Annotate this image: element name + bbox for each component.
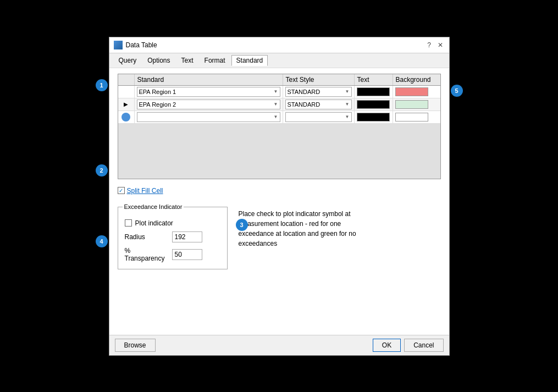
radius-input[interactable] — [172, 231, 202, 242]
row2-standard: EPA Region 2 ▼ — [135, 98, 283, 111]
new-row-standard-arrow-icon: ▼ — [274, 114, 278, 119]
col-background: Background — [393, 74, 448, 85]
title-controls: ? ✕ — [425, 41, 445, 49]
row1-bg-color-swatch[interactable] — [395, 87, 428, 96]
table-wrap: 1 2 5 Standard Text Style Text Backgroun… — [118, 74, 441, 179]
annotation-4: 4 — [96, 235, 108, 247]
checkmark-icon: ✓ — [119, 187, 123, 194]
split-fill-checkbox-wrap: ✓ Split Fill Cell — [118, 187, 163, 195]
dialog-title: Data Table — [126, 41, 157, 49]
annotation-2: 2 — [96, 164, 108, 176]
new-row-textstyle: ▼ — [283, 111, 355, 123]
title-bar-left: Data Table — [114, 41, 157, 49]
row1-bg-color[interactable] — [393, 86, 448, 98]
main-content: 1 2 5 Standard Text Style Text Backgroun… — [109, 68, 449, 335]
annotation-1: 1 — [96, 79, 108, 91]
menu-format[interactable]: Format — [200, 55, 230, 66]
exceedance-legend-label: Exceedance Indicator — [123, 203, 184, 210]
row1-text-color[interactable] — [355, 86, 393, 98]
ok-button[interactable]: OK — [373, 339, 401, 352]
row2-standard-dropdown[interactable]: EPA Region 2 ▼ — [137, 100, 280, 109]
row2-text-color[interactable] — [355, 98, 393, 111]
data-table: Standard Text Style Text Background EPA … — [118, 74, 441, 179]
annotation-5: 5 — [451, 85, 463, 97]
transparency-row: % Transparency — [125, 247, 220, 262]
row2-textstyle-dropdown[interactable]: STANDARD ▼ — [285, 100, 352, 109]
row1-standard-arrow-icon: ▼ — [274, 89, 278, 94]
new-row-text-color-swatch[interactable] — [357, 113, 390, 122]
indicator-tooltip: Place check to plot indicator symbol at … — [239, 209, 365, 249]
new-row-ts-arrow-icon: ▼ — [345, 114, 350, 119]
table-row: ▶ EPA Region 2 ▼ STANDARD ▼ — [118, 98, 440, 111]
row1-arrow — [118, 86, 135, 98]
radius-label: Radius — [125, 233, 169, 241]
browse-button[interactable]: Browse — [115, 339, 156, 352]
row1-textstyle: STANDARD ▼ — [283, 86, 355, 98]
row2-standard-arrow-icon: ▼ — [274, 102, 278, 107]
transparency-input[interactable] — [172, 249, 202, 260]
row1-standard: EPA Region 1 ▼ — [135, 86, 283, 98]
new-row-add-icon[interactable] — [121, 113, 130, 122]
menu-text[interactable]: Text — [176, 55, 198, 66]
main-dialog: Data Table ? ✕ Query Options Text Format… — [109, 37, 450, 356]
lower-section: 3 4 Exceedance Indicator Plot indicator … — [118, 202, 441, 272]
menu-bar: Query Options Text Format Standard — [109, 53, 449, 68]
new-row-bg-color-swatch[interactable] — [395, 113, 428, 122]
row1-textstyle-dropdown[interactable]: STANDARD ▼ — [285, 87, 352, 97]
col-text-style: Text Style — [283, 74, 355, 85]
menu-options[interactable]: Options — [142, 55, 175, 66]
row1-standard-dropdown[interactable]: EPA Region 1 ▼ — [137, 87, 280, 97]
new-row-standard: ▼ — [135, 111, 283, 123]
table-row: EPA Region 1 ▼ STANDARD ▼ — [118, 86, 440, 98]
plot-indicator-label: Plot indicator — [135, 219, 173, 227]
radius-row: Radius — [125, 231, 220, 242]
new-row-text-color[interactable] — [355, 111, 393, 123]
cancel-button[interactable]: Cancel — [404, 339, 443, 352]
col-arrow — [118, 74, 135, 85]
help-button[interactable]: ? — [425, 41, 434, 49]
row1-ts-arrow-icon: ▼ — [345, 89, 350, 94]
ok-cancel-group: OK Cancel — [373, 339, 444, 352]
plot-indicator-checkbox[interactable] — [125, 219, 132, 227]
split-fill-row: ✓ Split Fill Cell — [118, 185, 441, 197]
row2-ts-arrow-icon: ▼ — [345, 102, 350, 107]
row2-bg-color-swatch[interactable] — [395, 100, 428, 109]
new-row-bg-color[interactable] — [393, 111, 448, 123]
exceedance-indicator-group: Exceedance Indicator Plot indicator Radi… — [118, 207, 228, 269]
new-row-textstyle-dropdown[interactable]: ▼ — [285, 112, 352, 122]
menu-standard[interactable]: Standard — [231, 55, 268, 66]
menu-query[interactable]: Query — [114, 55, 142, 66]
row2-text-color-swatch[interactable] — [357, 100, 390, 109]
new-row-icon-cell — [118, 111, 135, 123]
col-standard: Standard — [135, 74, 283, 85]
col-text: Text — [355, 74, 393, 85]
row2-arrow: ▶ — [118, 98, 135, 111]
new-table-row: ▼ ▼ — [118, 111, 440, 124]
close-button[interactable]: ✕ — [436, 41, 445, 49]
new-row-standard-dropdown[interactable]: ▼ — [137, 112, 280, 122]
row2-textstyle: STANDARD ▼ — [283, 98, 355, 111]
annotation-3: 3 — [236, 219, 248, 231]
row1-text-color-swatch[interactable] — [357, 87, 390, 96]
plot-indicator-row: Plot indicator — [125, 219, 220, 227]
split-fill-checkbox[interactable]: ✓ — [118, 187, 125, 194]
transparency-label: % Transparency — [125, 247, 169, 262]
title-bar: Data Table ? ✕ — [109, 37, 449, 53]
row2-bg-color[interactable] — [393, 98, 448, 111]
table-header: Standard Text Style Text Background — [118, 74, 440, 86]
dialog-icon — [114, 41, 123, 49]
bottom-bar: Browse OK Cancel — [109, 335, 449, 355]
table-empty-area — [118, 124, 440, 179]
split-fill-label: Split Fill Cell — [127, 187, 163, 195]
